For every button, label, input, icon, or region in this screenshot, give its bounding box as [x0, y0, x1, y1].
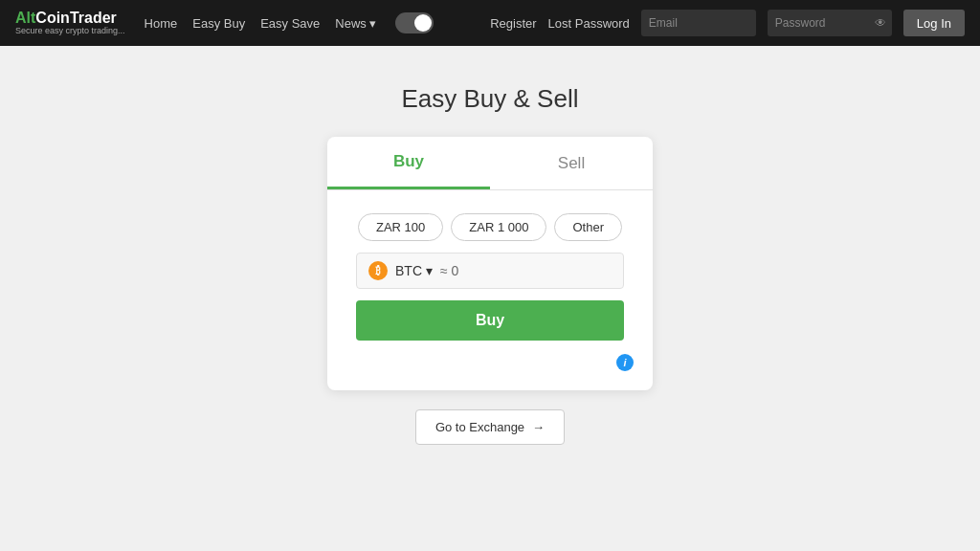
password-input[interactable] — [768, 10, 892, 36]
password-wrap: 👁 — [768, 10, 892, 36]
card-body: ZAR 100 ZAR 1 000 Other ₿ BTC ▾ ≈ 0 Buy — [327, 190, 653, 350]
tab-buy[interactable]: Buy — [327, 137, 490, 189]
amount-btn-1000[interactable]: ZAR 1 000 — [451, 213, 546, 241]
crypto-symbol: BTC — [395, 263, 422, 278]
crypto-dropdown-arrow: ▾ — [426, 263, 433, 278]
page-title: Easy Buy & Sell — [402, 84, 579, 114]
brand-coin-trader: CoinTrader — [35, 10, 116, 26]
exchange-arrow-icon: → — [532, 420, 545, 434]
crypto-label[interactable]: BTC ▾ — [395, 263, 433, 278]
trade-card: Buy Sell ZAR 100 ZAR 1 000 Other ₿ BTC ▾… — [327, 137, 653, 390]
tab-sell[interactable]: Sell — [490, 137, 653, 189]
nav-links: Home Easy Buy Easy Save News ▾ — [145, 12, 472, 33]
crypto-approx: ≈ 0 — [440, 263, 458, 278]
info-icon[interactable]: i — [616, 354, 634, 371]
card-footer: i — [327, 350, 653, 371]
amount-btn-100[interactable]: ZAR 100 — [358, 213, 443, 241]
nav-news[interactable]: News ▾ — [335, 16, 376, 31]
buy-button[interactable]: Buy — [356, 300, 624, 341]
btc-icon: ₿ — [368, 261, 388, 280]
nav-right: Register Lost Password 👁 Log In — [490, 10, 965, 36]
brand-alt: Alt — [15, 10, 35, 26]
register-link[interactable]: Register — [490, 16, 536, 31]
nav-home[interactable]: Home — [145, 16, 178, 31]
nav-easy-buy[interactable]: Easy Buy — [192, 16, 245, 31]
lost-password-link[interactable]: Lost Password — [548, 16, 630, 31]
amount-buttons: ZAR 100 ZAR 1 000 Other — [358, 213, 622, 241]
brand-tagline: Secure easy crypto trading... — [15, 27, 125, 36]
password-toggle-icon[interactable]: 👁 — [875, 16, 886, 30]
crypto-selector: ₿ BTC ▾ ≈ 0 — [356, 253, 624, 289]
email-input[interactable] — [641, 10, 756, 36]
brand-name: AltCoinTrader — [15, 10, 125, 27]
nav-easy-save[interactable]: Easy Save — [260, 16, 320, 31]
navbar: AltCoinTrader Secure easy crypto trading… — [0, 0, 980, 46]
amount-btn-other[interactable]: Other — [554, 213, 622, 241]
theme-toggle[interactable] — [395, 12, 434, 33]
go-to-exchange-button[interactable]: Go to Exchange → — [415, 409, 565, 445]
main-content: Easy Buy & Sell Buy Sell ZAR 100 ZAR 1 0… — [0, 46, 980, 483]
login-button[interactable]: Log In — [903, 10, 965, 36]
tab-bar: Buy Sell — [327, 137, 653, 190]
exchange-btn-label: Go to Exchange — [435, 420, 524, 434]
brand-logo: AltCoinTrader Secure easy crypto trading… — [15, 10, 125, 35]
